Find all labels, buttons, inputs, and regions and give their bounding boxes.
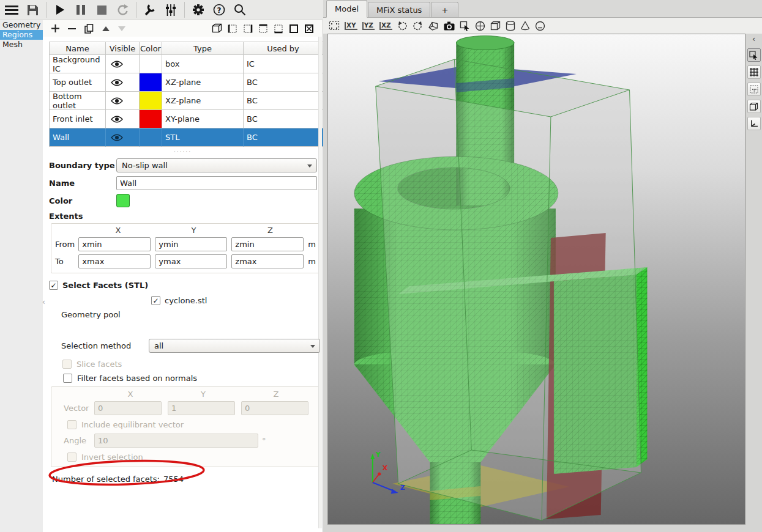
table-cell-used-by[interactable]: BC (244, 92, 323, 110)
sidebar-item-geometry[interactable]: Geometry (0, 20, 43, 30)
duplicate-region-icon[interactable] (84, 24, 94, 34)
stop-icon[interactable] (91, 1, 112, 18)
visibility-eye-icon[interactable] (106, 55, 140, 73)
build-wrench-icon[interactable] (140, 1, 160, 18)
table-cell-type[interactable]: XZ-plane (162, 92, 244, 110)
settings-gear-icon[interactable] (188, 1, 209, 18)
visibility-eye-icon[interactable] (106, 92, 140, 110)
table-cell-name[interactable]: Bottom outlet (50, 92, 106, 110)
table-cell-type[interactable]: STL (162, 128, 244, 147)
solid-box-icon[interactable] (289, 24, 299, 34)
select-facets-checkbox[interactable] (49, 281, 58, 290)
visibility-eye-icon[interactable] (106, 110, 140, 128)
color-swatch-cell[interactable] (140, 92, 162, 110)
col-header-visible[interactable]: Visible (106, 42, 140, 55)
table-cell-type[interactable]: box (162, 55, 244, 73)
color-swatch-cell[interactable] (140, 73, 162, 92)
tab-model[interactable]: Model (326, 0, 367, 18)
geometry-pool-label: Geometry pool (61, 310, 121, 319)
view-xz-icon[interactable]: XZ (379, 22, 392, 30)
perspective-icon[interactable] (428, 21, 439, 31)
mesh-grid-icon[interactable] (747, 65, 761, 79)
invert-selection-label: Invert selection (81, 453, 143, 462)
from-z-input[interactable] (231, 237, 304, 251)
col-header-color[interactable]: Color (140, 42, 162, 55)
table-cell-name[interactable]: Wall (50, 128, 106, 147)
visibility-eye-icon[interactable] (106, 73, 140, 92)
table-cell-name[interactable]: Background IC (50, 55, 106, 73)
clip-icon[interactable] (535, 21, 545, 31)
table-cell-type[interactable]: XZ-plane (162, 73, 244, 92)
view-yz-icon[interactable]: YZ (362, 22, 375, 30)
rotate-right-icon[interactable] (413, 21, 423, 31)
axes-icon[interactable] (747, 117, 761, 130)
regions-icon[interactable] (747, 83, 761, 96)
table-cell-used-by[interactable]: BC (244, 73, 323, 92)
collapse-chevron-icon[interactable]: ‹ (752, 34, 755, 45)
add-region-icon[interactable] (51, 24, 59, 32)
save-icon[interactable] (22, 1, 43, 18)
sidebar-item-mesh[interactable]: Mesh (0, 40, 43, 50)
visibility-eye-icon[interactable] (106, 128, 140, 147)
cube-icon[interactable] (490, 21, 501, 31)
select-geometry-icon[interactable] (747, 48, 761, 62)
stl-file-checkbox[interactable] (151, 296, 160, 305)
rotate-left-icon[interactable] (397, 21, 408, 31)
run-icon[interactable] (50, 1, 70, 18)
help-icon[interactable]: ? (209, 1, 230, 18)
pane-collapse-chevron-icon[interactable]: ‹ (42, 298, 45, 306)
viewport-3d[interactable]: Y X Z (327, 34, 745, 525)
move-up-icon[interactable] (102, 26, 110, 31)
color-swatch-button[interactable] (116, 194, 130, 207)
pause-icon[interactable] (70, 1, 91, 18)
col-header-used-by[interactable]: Used by (244, 42, 323, 55)
extents-label: Extents (49, 212, 83, 221)
region-3d-box-icon[interactable] (212, 23, 222, 34)
cylinder-icon[interactable] (506, 21, 515, 31)
sphere-icon[interactable] (475, 21, 485, 31)
col-header-name[interactable]: Name (50, 42, 106, 55)
scene-box-icon[interactable] (747, 100, 761, 113)
from-x-input[interactable] (78, 237, 151, 251)
remove-region-icon[interactable] (68, 28, 76, 30)
table-cell-name[interactable]: Top outlet (50, 73, 106, 92)
to-x-input[interactable] (78, 254, 151, 268)
col-header-type[interactable]: Type (162, 42, 244, 55)
table-cell-used-by[interactable]: BC (244, 110, 323, 128)
filter-facets-checkbox[interactable] (63, 374, 72, 383)
color-swatch-cell[interactable] (140, 55, 162, 73)
table-cell-used-by[interactable]: BC (244, 128, 323, 147)
select-geometry-icon[interactable] (460, 21, 470, 31)
splitter-handle[interactable]: ······ (43, 147, 323, 156)
menu-icon[interactable] (1, 1, 22, 18)
boundary-type-select[interactable]: No-slip wall (116, 158, 317, 172)
screenshot-camera-icon[interactable] (444, 21, 455, 31)
from-y-input[interactable] (155, 237, 227, 251)
scrollbar[interactable] (318, 37, 322, 528)
selection-method-select[interactable]: all (149, 339, 320, 353)
move-down-icon[interactable] (118, 26, 125, 31)
name-input[interactable] (116, 176, 317, 190)
color-swatch-cell[interactable] (140, 110, 162, 128)
plane-bottom-icon[interactable] (274, 24, 283, 34)
stl-region-icon[interactable] (304, 24, 314, 34)
plane-left-icon[interactable] (228, 24, 237, 34)
to-y-input[interactable] (155, 254, 227, 268)
table-cell-used-by[interactable]: IC (244, 55, 323, 73)
color-swatch-cell[interactable] (140, 128, 162, 147)
tab-mfix-status[interactable]: MFiX status (368, 2, 430, 17)
reset-icon[interactable] (112, 1, 133, 18)
reset-view-icon[interactable] (329, 21, 340, 31)
sidebar-item-regions[interactable]: Regions (0, 30, 43, 40)
tab-add[interactable]: + (431, 2, 458, 17)
plane-top-icon[interactable] (258, 24, 268, 34)
angle-unit-label: ° (262, 436, 266, 445)
to-z-input[interactable] (231, 254, 304, 268)
parameters-sliders-icon[interactable] (160, 1, 181, 18)
table-cell-name[interactable]: Front inlet (50, 110, 106, 128)
cone-icon[interactable] (520, 21, 530, 31)
search-icon[interactable] (230, 1, 250, 18)
table-cell-type[interactable]: XY-plane (162, 110, 244, 128)
view-xy-icon[interactable]: XY (345, 22, 357, 30)
plane-right-icon[interactable] (243, 24, 253, 34)
